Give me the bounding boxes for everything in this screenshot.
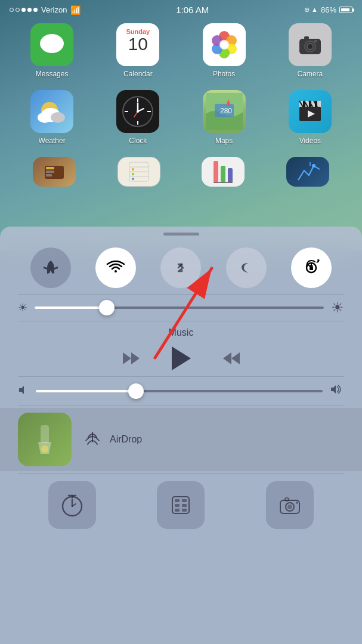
svg-rect-54 — [214, 161, 218, 182]
svg-point-53 — [132, 178, 134, 180]
partial-icon-1[interactable] — [33, 157, 76, 187]
status-right: ⊕ ▲ 86% — [304, 5, 352, 14]
music-controls — [18, 346, 344, 370]
svg-rect-82 — [182, 504, 187, 507]
svg-marker-66 — [223, 352, 231, 364]
play-button[interactable] — [172, 346, 191, 370]
partial-icon-2[interactable] — [117, 157, 160, 187]
carrier-label: Verizon — [41, 5, 67, 14]
svg-point-51 — [132, 168, 134, 171]
maps-icon[interactable]: 280 — [203, 90, 246, 133]
svg-rect-63 — [310, 267, 313, 270]
svg-marker-69 — [331, 385, 336, 394]
svg-rect-44 — [46, 167, 54, 169]
cc-handle[interactable] — [0, 227, 362, 239]
videos-icon[interactable] — [289, 90, 332, 133]
calendar-icon[interactable]: Sunday 10 — [116, 23, 159, 66]
app-weather[interactable]: Weather — [12, 90, 92, 145]
app-photos[interactable]: Photos — [184, 23, 264, 78]
app-clock[interactable]: Clock — [98, 90, 178, 145]
homescreen: Verizon 📶 1:06 AM ⊕ ▲ 86% Messages — [0, 0, 362, 250]
svg-rect-88 — [285, 498, 289, 501]
app-grid: Messages Sunday 10 Calendar — [0, 17, 362, 151]
app-partial-2[interactable] — [117, 157, 160, 187]
svg-rect-56 — [228, 168, 233, 182]
cc-shortcuts-row — [0, 474, 362, 541]
camera-label: Camera — [298, 70, 323, 78]
bluetooth-toggle[interactable] — [160, 247, 201, 288]
volume-slider-thumb[interactable] — [128, 383, 144, 399]
messages-icon[interactable] — [30, 23, 73, 66]
weather-label: Weather — [39, 137, 66, 145]
app-calendar[interactable]: Sunday 10 Calendar — [98, 23, 178, 78]
brightness-low-icon: ☀ — [18, 301, 27, 314]
signal-dot-4 — [27, 8, 32, 12]
calculator-button[interactable] — [157, 481, 205, 529]
cc-divider-4 — [18, 405, 344, 405]
calendar-date: 10 — [128, 35, 148, 53]
svg-point-89 — [296, 501, 298, 504]
airdrop-icon — [83, 429, 101, 450]
brightness-high-icon: ☀ — [331, 299, 344, 316]
clock-icon[interactable] — [116, 90, 159, 133]
brightness-slider-track[interactable] — [35, 306, 324, 309]
svg-point-52 — [132, 173, 134, 175]
weather-icon[interactable] — [30, 90, 73, 133]
signal-dot-2 — [16, 8, 20, 12]
airdrop-row: AirDrop — [72, 423, 362, 456]
partial-icon-4[interactable] — [286, 157, 329, 187]
airdrop-label: AirDrop — [110, 434, 142, 445]
cc-brightness-row: ☀ ☀ — [0, 295, 362, 321]
airdrop-section: AirDrop — [0, 408, 362, 471]
wifi-status-icon: 📶 — [70, 5, 81, 15]
app-partial-1[interactable] — [33, 157, 76, 187]
volume-slider-fill — [36, 390, 136, 392]
battery-bar — [339, 7, 352, 13]
svg-rect-14 — [314, 40, 317, 42]
svg-rect-79 — [175, 499, 180, 502]
airplane-mode-toggle[interactable] — [30, 247, 71, 288]
location-icon: ⊕ ▲ — [304, 6, 318, 14]
app-partial-3[interactable] — [202, 157, 245, 187]
svg-point-17 — [38, 112, 52, 123]
camera-shortcut-button[interactable] — [266, 481, 314, 529]
camera-icon-app[interactable] — [289, 23, 332, 66]
svg-point-18 — [51, 112, 65, 123]
photos-icon[interactable] — [203, 23, 246, 66]
svg-rect-70 — [41, 425, 49, 443]
app-videos[interactable]: Videos — [270, 90, 350, 145]
app-maps[interactable]: 280 Maps — [184, 90, 264, 145]
app-messages[interactable]: Messages — [12, 23, 92, 78]
app-partial-4[interactable] — [286, 157, 329, 187]
timer-button[interactable] — [48, 481, 96, 529]
messages-label: Messages — [36, 70, 69, 78]
brightness-slider-fill — [35, 306, 107, 309]
cc-music-section: Music — [0, 321, 362, 376]
app-camera[interactable]: Camera — [270, 23, 350, 78]
svg-point-27 — [137, 110, 139, 113]
handle-bar — [163, 233, 199, 236]
do-not-disturb-toggle[interactable] — [226, 247, 267, 288]
fastforward-button[interactable] — [221, 350, 242, 367]
partial-icon-3[interactable] — [202, 157, 245, 187]
rewind-button[interactable] — [120, 350, 142, 367]
photos-label: Photos — [213, 70, 235, 78]
clock-label: Clock — [129, 137, 147, 145]
volume-slider-track[interactable] — [36, 390, 323, 392]
svg-point-87 — [287, 504, 292, 509]
svg-marker-67 — [231, 352, 240, 364]
svg-rect-13 — [304, 36, 309, 39]
svg-point-72 — [41, 445, 48, 453]
svg-point-12 — [308, 44, 313, 49]
rotation-lock-toggle[interactable] — [291, 247, 332, 288]
control-center[interactable]: ☀ ☀ Music — [0, 227, 362, 644]
status-left: Verizon 📶 — [10, 5, 81, 15]
svg-rect-80 — [182, 499, 187, 502]
svg-point-0 — [40, 34, 64, 53]
wifi-toggle[interactable] — [95, 247, 136, 288]
svg-rect-45 — [46, 171, 54, 173]
cc-toggles-row — [0, 239, 362, 294]
brightness-slider-thumb[interactable] — [99, 300, 115, 315]
signal-dot-3 — [21, 8, 26, 12]
flashlight-button[interactable] — [18, 413, 72, 466]
